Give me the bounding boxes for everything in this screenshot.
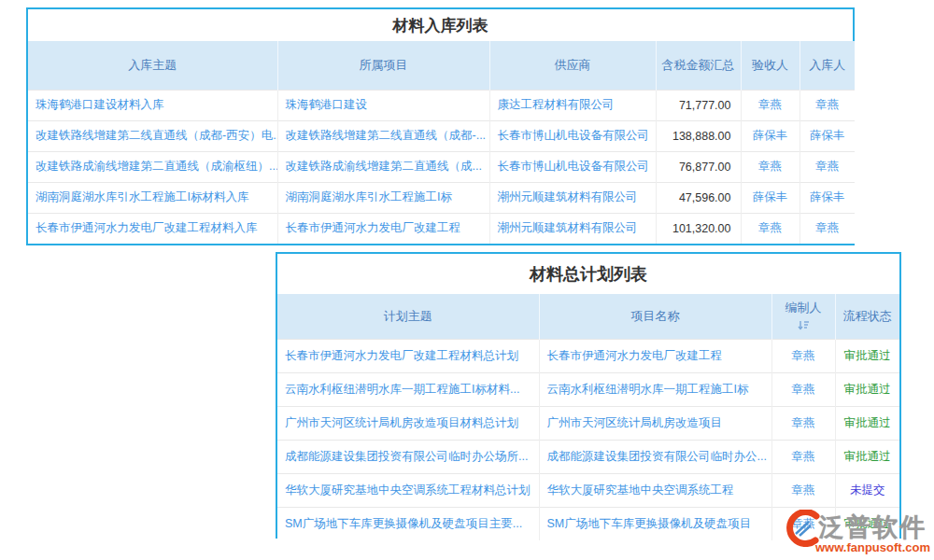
plan-project-cell[interactable]: 华软大厦研究基地中央空调系统工程 bbox=[539, 473, 771, 507]
inbound-project-cell[interactable]: 改建铁路成渝线增建第二直通线（成... bbox=[277, 151, 489, 182]
plan-project-cell[interactable]: 云南水利枢纽潜明水库一期工程施工I标 bbox=[539, 372, 771, 406]
plan-author-cell[interactable]: 章燕 bbox=[771, 372, 835, 406]
inbound-warehouser-cell[interactable]: 章燕 bbox=[800, 213, 855, 244]
table-row: 改建铁路线增建第二线直通线（成都-西安）电... 改建铁路线增建第二线直通线（成… bbox=[28, 120, 855, 151]
plan-status-cell: 未提交 bbox=[835, 473, 899, 507]
inbound-project-cell[interactable]: 改建铁路线增建第二线直通线（成都-... bbox=[277, 120, 489, 151]
table-row: 华软大厦研究基地中央空调系统工程材料总计划 华软大厦研究基地中央空调系统工程 章… bbox=[277, 473, 899, 507]
inbound-subject-cell[interactable]: 湖南洞庭湖水库引水工程施工I标材料入库 bbox=[28, 182, 277, 213]
table-row: 长春市伊通河水力发电厂改建工程材料入库 长春市伊通河水力发电厂改建工程 潮州元顺… bbox=[28, 213, 855, 244]
plan-subject-cell[interactable]: 长春市伊通河水力发电厂改建工程材料总计划 bbox=[277, 339, 539, 372]
table-row: 珠海鹤港口建设材料入库 珠海鹤港口建设 康达工程材料有限公司 71,777.00… bbox=[28, 90, 855, 120]
table-row: 成都能源建设集团投资有限公司临时办公场所... 成都能源建设集团投资有限公司临时… bbox=[277, 440, 899, 473]
column-header-acceptor: 验收人 bbox=[741, 41, 800, 90]
inbound-acceptor-cell[interactable]: 薛保丰 bbox=[741, 182, 800, 213]
inbound-supplier-cell[interactable]: 长春市博山机电设备有限公司 bbox=[489, 151, 656, 182]
column-header-plan-subject: 计划主题 bbox=[277, 294, 539, 339]
inbound-warehouser-cell[interactable]: 薛保丰 bbox=[800, 120, 855, 151]
plan-status-cell: 审批通过 bbox=[835, 406, 899, 440]
plan-author-cell[interactable]: 章燕 bbox=[771, 339, 835, 372]
inbound-supplier-cell[interactable]: 潮州元顺建筑材料有限公司 bbox=[489, 182, 656, 213]
plan-status-cell: 审批通过 bbox=[835, 440, 899, 473]
inbound-supplier-cell[interactable]: 长春市博山机电设备有限公司 bbox=[489, 120, 656, 151]
inbound-amount-cell: 138,888.00 bbox=[656, 120, 741, 151]
inbound-acceptor-cell[interactable]: 章燕 bbox=[741, 90, 800, 120]
inbound-amount-cell: 76,877.00 bbox=[656, 151, 741, 182]
plan-subject-cell[interactable]: SM广场地下车库更换摄像机及硬盘项目主要... bbox=[277, 507, 539, 540]
plan-author-cell[interactable]: 章燕 bbox=[771, 473, 835, 507]
plan-author-cell[interactable]: 章燕 bbox=[771, 406, 835, 440]
inbound-warehouser-cell[interactable]: 章燕 bbox=[800, 90, 855, 120]
column-header-project-name: 项目名称 bbox=[539, 294, 771, 339]
inbound-warehouser-cell[interactable]: 章燕 bbox=[800, 151, 855, 182]
inbound-acceptor-cell[interactable]: 薛保丰 bbox=[741, 120, 800, 151]
plan-header-row: 计划主题 项目名称 编制人 流程状态 bbox=[277, 294, 899, 339]
inbound-project-cell[interactable]: 珠海鹤港口建设 bbox=[277, 90, 489, 120]
inbound-project-cell[interactable]: 湖南洞庭湖水库引水工程施工I标 bbox=[277, 182, 489, 213]
plan-subject-cell[interactable]: 广州市天河区统计局机房改造项目材料总计划 bbox=[277, 406, 539, 440]
column-header-author: 编制人 bbox=[771, 294, 835, 339]
plan-project-cell[interactable]: 长春市伊通河水力发电厂改建工程 bbox=[539, 339, 771, 372]
inbound-acceptor-cell[interactable]: 章燕 bbox=[741, 151, 800, 182]
sort-descending-icon[interactable] bbox=[798, 320, 810, 330]
watermark: 泛普软件 www.fanpusoft.com bbox=[784, 510, 930, 554]
column-header-project: 所属项目 bbox=[277, 41, 489, 90]
material-inbound-table: 材料入库列表 入库主题 所属项目 供应商 含税金额汇总 验收人 入库人 珠海鹤港… bbox=[26, 7, 855, 245]
table-row: 广州市天河区统计局机房改造项目材料总计划 广州市天河区统计局机房改造项目 章燕 … bbox=[277, 406, 899, 440]
plan-status-cell: 审批通过 bbox=[835, 339, 899, 372]
plan-table-title: 材料总计划列表 bbox=[277, 254, 899, 294]
inbound-acceptor-cell[interactable]: 章燕 bbox=[741, 213, 800, 244]
watermark-brand: 泛普软件 bbox=[818, 514, 927, 540]
inbound-supplier-cell[interactable]: 潮州元顺建筑材料有限公司 bbox=[489, 213, 656, 244]
watermark-text-block: 泛普软件 www.fanpusoft.com bbox=[815, 514, 930, 554]
table-row: 长春市伊通河水力发电厂改建工程材料总计划 长春市伊通河水力发电厂改建工程 章燕 … bbox=[277, 339, 899, 372]
inbound-header-row: 入库主题 所属项目 供应商 含税金额汇总 验收人 入库人 bbox=[28, 41, 855, 90]
inbound-amount-cell: 101,320.00 bbox=[656, 213, 741, 244]
plan-project-cell[interactable]: SM广场地下车库更换摄像机及硬盘项目 bbox=[539, 507, 771, 540]
plan-status-cell: 审批通过 bbox=[835, 372, 899, 406]
inbound-warehouser-cell[interactable]: 薛保丰 bbox=[800, 182, 855, 213]
inbound-subject-cell[interactable]: 改建铁路线增建第二线直通线（成都-西安）电... bbox=[28, 120, 277, 151]
plan-subject-cell[interactable]: 云南水利枢纽潜明水库一期工程施工I标材料... bbox=[277, 372, 539, 406]
plan-table: 计划主题 项目名称 编制人 流程状态 长春市伊通河水力发电厂改建工程材料总 bbox=[277, 294, 899, 540]
table-row: 改建铁路成渝线增建第二直通线（成渝枢纽）... 改建铁路成渝线增建第二直通线（成… bbox=[28, 151, 855, 182]
inbound-amount-cell: 47,596.00 bbox=[656, 182, 741, 213]
inbound-supplier-cell[interactable]: 康达工程材料有限公司 bbox=[489, 90, 656, 120]
column-header-subject: 入库主题 bbox=[28, 41, 277, 90]
inbound-table: 入库主题 所属项目 供应商 含税金额汇总 验收人 入库人 珠海鹤港口建设材料入库… bbox=[28, 41, 855, 244]
inbound-subject-cell[interactable]: 改建铁路成渝线增建第二直通线（成渝枢纽）... bbox=[28, 151, 277, 182]
inbound-table-title: 材料入库列表 bbox=[28, 9, 853, 41]
table-row: 云南水利枢纽潜明水库一期工程施工I标材料... 云南水利枢纽潜明水库一期工程施工… bbox=[277, 372, 899, 406]
inbound-subject-cell[interactable]: 珠海鹤港口建设材料入库 bbox=[28, 90, 277, 120]
column-header-amount: 含税金额汇总 bbox=[656, 41, 741, 90]
plan-subject-cell[interactable]: 华软大厦研究基地中央空调系统工程材料总计划 bbox=[277, 473, 539, 507]
column-header-supplier: 供应商 bbox=[489, 41, 656, 90]
inbound-project-cell[interactable]: 长春市伊通河水力发电厂改建工程 bbox=[277, 213, 489, 244]
plan-project-cell[interactable]: 成都能源建设集团投资有限公司临时办公... bbox=[539, 440, 771, 473]
plan-subject-cell[interactable]: 成都能源建设集团投资有限公司临时办公场所... bbox=[277, 440, 539, 473]
plan-author-cell[interactable]: 章燕 bbox=[771, 440, 835, 473]
watermark-url: www.fanpusoft.com bbox=[815, 540, 930, 554]
column-header-author-label: 编制人 bbox=[785, 301, 822, 315]
table-row: 湖南洞庭湖水库引水工程施工I标材料入库 湖南洞庭湖水库引水工程施工I标 潮州元顺… bbox=[28, 182, 855, 213]
inbound-subject-cell[interactable]: 长春市伊通河水力发电厂改建工程材料入库 bbox=[28, 213, 277, 244]
material-plan-table: 材料总计划列表 计划主题 项目名称 编制人 流程状态 bbox=[276, 252, 901, 539]
plan-project-cell[interactable]: 广州市天河区统计局机房改造项目 bbox=[539, 406, 771, 440]
inbound-amount-cell: 71,777.00 bbox=[656, 90, 741, 120]
column-header-status: 流程状态 bbox=[835, 294, 899, 339]
column-header-warehouser: 入库人 bbox=[800, 41, 855, 90]
